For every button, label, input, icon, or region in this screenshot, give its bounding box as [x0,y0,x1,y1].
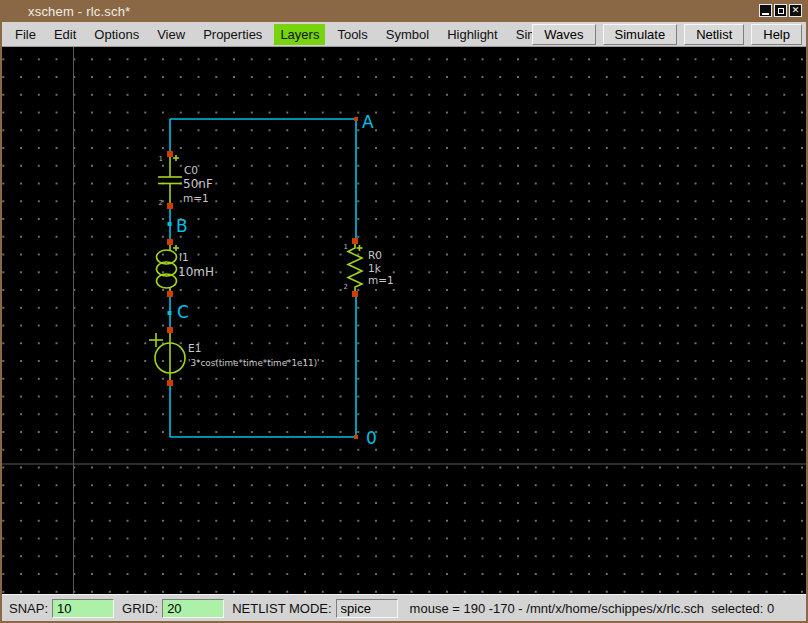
pin-number: 1 [344,243,348,251]
component-value: 10mH [178,265,214,279]
menu-symbol[interactable]: Symbol [380,24,435,45]
close-button[interactable]: ✕ [789,4,802,17]
menubar: File Edit Options View Properties Layers… [2,22,806,47]
grid-input[interactable] [162,599,224,618]
component-multiplier: m=1 [368,274,394,286]
pin-square[interactable] [167,380,173,386]
window-title: xschem - rlc.sch* [28,4,130,19]
plus-polarity-icon [357,245,363,251]
label-attach-mark [168,222,172,226]
component-designator: l1 [179,251,189,263]
menu-view[interactable]: View [151,24,191,45]
pin-square[interactable] [167,291,173,297]
menubar-action-buttons: Waves Simulate Netlist Help [532,24,802,45]
component-value: 1k [368,262,382,274]
component-capacitor-c0[interactable]: 1 2 C0 50nF m=1 [158,151,213,209]
menu-tools[interactable]: Tools [331,24,373,45]
component-vsource-e1[interactable]: E1 '3*cos(time*time*time*1e11)' [149,327,320,386]
label-attach-mark [168,311,172,315]
snap-input[interactable] [52,599,114,618]
net-label-c[interactable]: C [177,302,189,322]
schematic-canvas[interactable]: 1 2 C0 50nF m=1 l1 10mH [2,47,806,594]
component-designator: E1 [188,342,201,354]
net-label-b[interactable]: B [176,216,188,236]
minimize-button[interactable] [759,4,772,17]
component-value: 50nF [183,177,213,191]
pin-square[interactable] [352,291,358,297]
maximize-button[interactable] [774,4,787,17]
component-inductor-l1[interactable]: l1 10mH [157,239,214,297]
component-resistor-r0[interactable]: 1 2 R0 1k m=1 [344,238,394,297]
menu-options[interactable]: Options [88,24,145,45]
window-titlebar: xschem - rlc.sch* ✕ [0,0,808,22]
window-controls: ✕ [759,4,802,17]
statusbar-info: mouse = 190 -170 - /mnt/x/home/schippes/… [410,601,775,616]
pin-number: 2 [159,199,163,207]
pin-square[interactable] [352,238,358,244]
plus-polarity-icon [173,155,179,161]
menu-highlight[interactable]: Highlight [441,24,504,45]
component-multiplier: m=1 [183,192,209,204]
xschem-window: xschem - rlc.sch* ✕ File Edit Options Vi… [0,0,808,623]
net-label-0[interactable]: 0 [366,428,377,448]
grid-label: GRID: [122,601,158,616]
help-button[interactable]: Help [751,24,802,45]
net-label-a[interactable]: A [362,112,374,132]
component-designator: C0 [184,164,198,176]
menu-edit[interactable]: Edit [48,24,82,45]
simulate-button[interactable]: Simulate [603,24,678,45]
netlist-mode-label: NETLIST MODE: [232,601,331,616]
pin-square[interactable] [167,239,173,245]
menu-properties[interactable]: Properties [197,24,268,45]
waves-button[interactable]: Waves [532,24,595,45]
snap-label: SNAP: [9,601,48,616]
component-designator: R0 [368,249,382,261]
pin-number: 1 [159,155,163,163]
component-value: '3*cos(time*time*time*1e11)' [188,358,320,368]
menu-file[interactable]: File [9,24,42,45]
netlist-button[interactable]: Netlist [684,24,744,45]
minimize-icon [762,13,769,15]
close-icon: ✕ [792,6,800,15]
schematic-drawing: 1 2 C0 50nF m=1 l1 10mH [2,47,806,594]
netlist-mode-input[interactable] [336,599,398,618]
plus-polarity-icon [149,333,163,347]
wire-end-mark [354,117,358,121]
wire-end-mark [354,435,358,439]
pin-number: 2 [344,283,348,291]
menu-layers[interactable]: Layers [274,24,325,45]
pin-square[interactable] [167,151,173,157]
pin-square[interactable] [167,203,173,209]
pin-square[interactable] [167,327,173,333]
maximize-icon [778,8,784,14]
statusbar: SNAP: GRID: NETLIST MODE: mouse = 190 -1… [2,594,806,621]
